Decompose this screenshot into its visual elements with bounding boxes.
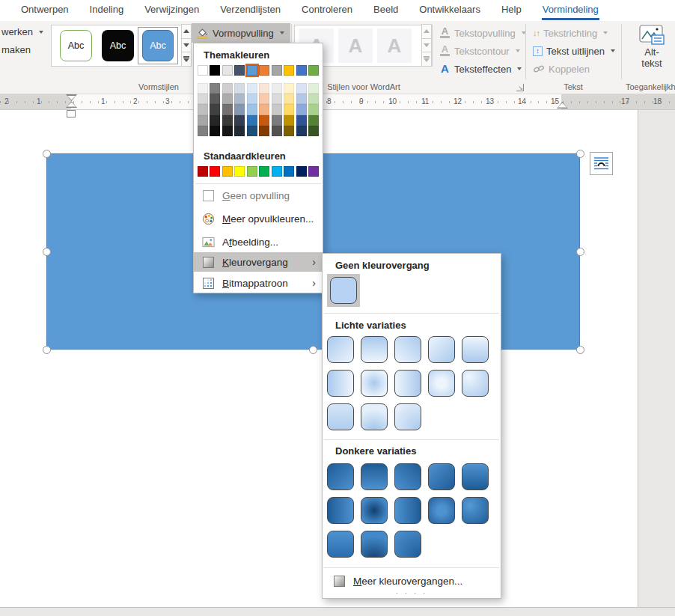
theme-variant-swatch[interactable] xyxy=(210,94,220,104)
light-gradient-swatch[interactable] xyxy=(361,336,388,363)
theme-color-swatch[interactable] xyxy=(198,65,208,76)
standard-color-swatch[interactable] xyxy=(198,166,208,177)
theme-variant-swatch[interactable] xyxy=(284,126,294,136)
clipped-command-maken[interactable]: maken xyxy=(1,44,31,55)
light-gradient-swatch[interactable] xyxy=(428,336,455,363)
no-gradient-swatch[interactable] xyxy=(330,277,357,304)
hanging-indent-marker[interactable] xyxy=(66,101,77,108)
theme-variant-swatch[interactable] xyxy=(222,115,233,126)
theme-variant-swatch[interactable] xyxy=(272,126,282,136)
theme-color-swatch[interactable] xyxy=(272,65,282,76)
shape-fill-button[interactable]: Vormopvulling xyxy=(192,23,290,43)
standard-color-swatch[interactable] xyxy=(234,166,245,177)
theme-variant-swatch[interactable] xyxy=(284,83,294,94)
theme-variant-swatch[interactable] xyxy=(308,104,319,115)
dark-gradient-swatch[interactable] xyxy=(361,463,388,490)
menu-item-more-gradients[interactable]: Meer kleurovergangen... xyxy=(323,571,501,591)
light-gradient-swatch[interactable] xyxy=(428,370,455,397)
theme-variant-swatch[interactable] xyxy=(198,126,208,136)
theme-variant-swatch[interactable] xyxy=(234,115,245,126)
standard-color-swatch[interactable] xyxy=(222,166,233,177)
theme-color-swatch[interactable] xyxy=(259,65,269,76)
light-gradient-swatch[interactable] xyxy=(327,370,354,397)
light-gradient-swatch[interactable] xyxy=(394,403,421,430)
theme-variant-swatch[interactable] xyxy=(210,104,220,115)
theme-variant-swatch[interactable] xyxy=(210,115,220,126)
dark-gradient-swatch[interactable] xyxy=(462,497,489,524)
wordart-style-tile[interactable]: A xyxy=(338,28,373,63)
shape-handle-bottom-left[interactable] xyxy=(43,346,51,354)
gallery-scroll-up-button[interactable] xyxy=(421,24,432,39)
theme-variant-swatch[interactable] xyxy=(222,94,233,104)
gallery-more-button[interactable] xyxy=(181,52,192,67)
gallery-scroll-down-button[interactable] xyxy=(421,38,432,53)
theme-color-swatch[interactable] xyxy=(234,65,245,76)
theme-variant-swatch[interactable] xyxy=(198,94,208,104)
dark-gradient-swatch[interactable] xyxy=(394,497,421,524)
shape-handle-top-left[interactable] xyxy=(43,150,51,158)
theme-variant-swatch[interactable] xyxy=(296,126,307,136)
theme-variant-swatch[interactable] xyxy=(284,94,294,104)
theme-variant-swatch[interactable] xyxy=(198,104,208,115)
gallery-more-button[interactable] xyxy=(421,52,432,67)
left-indent-marker[interactable] xyxy=(67,110,76,118)
tab-ontwerpen[interactable]: Ontwerpen xyxy=(10,0,79,21)
theme-color-swatch[interactable] xyxy=(308,65,319,76)
tab-verwijzingen[interactable]: Verwijzingen xyxy=(134,0,210,21)
tab-beeld[interactable]: Beeld xyxy=(363,0,409,21)
theme-variant-swatch[interactable] xyxy=(284,104,294,115)
theme-variant-swatch[interactable] xyxy=(222,126,233,136)
theme-variant-swatch[interactable] xyxy=(210,83,220,94)
theme-variant-swatch[interactable] xyxy=(296,94,307,104)
standard-color-swatch[interactable] xyxy=(272,166,282,177)
clipped-command-werken[interactable]: werken xyxy=(1,26,43,37)
theme-variant-swatch[interactable] xyxy=(296,104,307,115)
theme-variant-swatch[interactable] xyxy=(272,94,282,104)
menu-item-gradient[interactable]: Kleurovergang › xyxy=(194,252,323,272)
theme-variant-swatch[interactable] xyxy=(259,83,269,94)
dark-gradient-swatch[interactable] xyxy=(361,531,388,558)
wordart-style-tile[interactable]: A xyxy=(377,28,412,63)
shape-handle-middle-left[interactable] xyxy=(43,248,51,256)
theme-color-swatch[interactable] xyxy=(296,65,307,76)
gallery-scroll-up-button[interactable] xyxy=(181,24,192,39)
theme-variant-swatch[interactable] xyxy=(234,83,245,94)
standard-color-swatch[interactable] xyxy=(247,166,257,177)
standard-color-swatch[interactable] xyxy=(210,166,220,177)
theme-variant-swatch[interactable] xyxy=(308,94,319,104)
text-fill-button[interactable]: A Tekstopvulling xyxy=(439,25,526,40)
shape-style-outline[interactable]: Abc xyxy=(60,30,92,61)
tab-vormindeling[interactable]: Vormindeling xyxy=(532,0,609,21)
shape-style-blue-selected[interactable]: Abc xyxy=(142,30,174,61)
dialog-launcher-icon[interactable]: ↘ xyxy=(516,84,524,91)
theme-variant-swatch[interactable] xyxy=(222,83,233,94)
dark-gradient-swatch[interactable] xyxy=(327,497,354,524)
layout-options-button[interactable] xyxy=(590,152,613,175)
menu-item-texture[interactable]: Bitmappatroon › xyxy=(194,273,323,293)
tab-indeling[interactable]: Indeling xyxy=(79,0,135,21)
right-indent-marker[interactable] xyxy=(557,102,566,108)
shape-handle-bottom-right[interactable] xyxy=(576,346,584,354)
theme-variant-swatch[interactable] xyxy=(259,126,269,136)
text-outline-button[interactable]: A Tekstcontour xyxy=(439,43,520,58)
dark-gradient-swatch[interactable] xyxy=(327,463,354,490)
tab-help[interactable]: Help xyxy=(491,0,532,21)
light-gradient-swatch[interactable] xyxy=(327,336,354,363)
tab-controleren[interactable]: Controleren xyxy=(291,0,363,21)
light-gradient-swatch[interactable] xyxy=(462,336,489,363)
theme-variant-swatch[interactable] xyxy=(272,104,282,115)
theme-variant-swatch[interactable] xyxy=(272,83,282,94)
tab-ontwikkelaars[interactable]: Ontwikkelaars xyxy=(409,0,491,21)
theme-variant-swatch[interactable] xyxy=(284,115,294,126)
theme-variant-swatch[interactable] xyxy=(308,83,319,94)
standard-color-swatch[interactable] xyxy=(284,166,294,177)
theme-variant-swatch[interactable] xyxy=(308,115,319,126)
theme-color-swatch[interactable] xyxy=(210,65,220,76)
menu-item-picture[interactable]: Afbeelding... xyxy=(194,232,323,251)
theme-variant-swatch[interactable] xyxy=(247,115,257,126)
theme-variant-swatch[interactable] xyxy=(247,94,257,104)
theme-variant-swatch[interactable] xyxy=(234,126,245,136)
standard-color-swatch[interactable] xyxy=(259,166,269,177)
theme-variant-swatch[interactable] xyxy=(296,115,307,126)
dark-gradient-swatch[interactable] xyxy=(327,531,354,558)
